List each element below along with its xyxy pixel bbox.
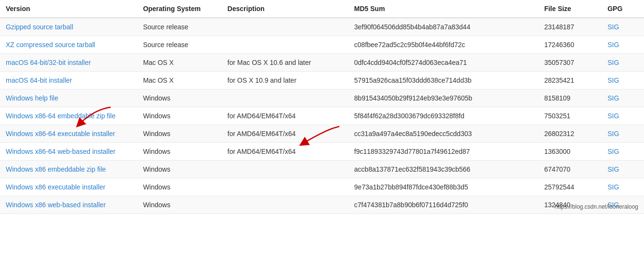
size-cell: 17246360 (539, 36, 602, 54)
desc-cell (222, 178, 348, 196)
table-row: Windows x86 web-based installerWindowsc7… (0, 196, 644, 214)
desc-cell (222, 196, 348, 214)
gpg-link[interactable]: SIG (607, 130, 619, 138)
md5-cell: f9c11893329743d77801a7f49612ed87 (348, 143, 539, 161)
size-cell: 7503251 (539, 107, 602, 125)
header-md5: MD5 Sum (348, 0, 539, 18)
table-row: XZ compressed source tarballSource relea… (0, 36, 644, 54)
size-cell: 25792544 (539, 178, 602, 196)
md5-cell: 8b915434050b29f9124eb93e3e97605b (348, 89, 539, 107)
size-cell: 35057307 (539, 54, 602, 72)
os-cell: Windows (137, 107, 221, 125)
md5-cell: 5f84f4f62a28d3003679dc693328f8fd (348, 107, 539, 125)
md5-cell: cc31a9a497a4ec8a5190edecc5cdd303 (348, 125, 539, 143)
table-row: macOS 64-bit installerMac OS Xfor OS X 1… (0, 72, 644, 89)
gpg-link[interactable]: SIG (607, 165, 619, 173)
md5-cell: 57915a926caa15f03ddd638ce714dd3b (348, 72, 539, 89)
version-link[interactable]: Windows help file (6, 94, 58, 102)
size-cell: 26802312 (539, 125, 602, 143)
size-cell: 28235421 (539, 72, 602, 89)
version-link[interactable]: macOS 64-bit installer (6, 76, 72, 84)
os-cell: Mac OS X (137, 54, 221, 72)
table-header-row: Version Operating System Description MD5… (0, 0, 644, 18)
table-row: macOS 64-bit/32-bit installerMac OS Xfor… (0, 54, 644, 72)
table-row: Windows x86 executable installerWindows9… (0, 178, 644, 196)
gpg-link[interactable]: SIG (607, 23, 619, 31)
version-link[interactable]: Gzipped source tarball (6, 23, 73, 31)
version-link[interactable]: Windows x86-64 web-based installer (6, 148, 116, 155)
desc-cell: for Mac OS X 10.6 and later (222, 54, 348, 72)
url-bar: https://blog.csdn.net/looneraloog (555, 203, 638, 210)
version-link[interactable]: Windows x86-64 executable installer (6, 130, 115, 138)
size-cell: 23148187 (539, 18, 602, 36)
header-desc: Description (222, 0, 348, 18)
header-gpg: GPG (602, 0, 644, 18)
md5-cell: 0dfc4cdd9404cf0f5274d063eca4ea71 (348, 54, 539, 72)
size-cell: 1363000 (539, 143, 602, 161)
os-cell: Source release (137, 18, 221, 36)
os-cell: Windows (137, 196, 221, 214)
gpg-link[interactable]: SIG (607, 41, 619, 49)
gpg-link[interactable]: SIG (607, 183, 619, 191)
md5-cell: 9e73a1b27bb894f87fdce430ef88b3d5 (348, 178, 539, 196)
gpg-link[interactable]: SIG (607, 94, 619, 102)
os-cell: Windows (137, 161, 221, 178)
size-cell: 8158109 (539, 89, 602, 107)
table-row: Windows x86 embeddable zip fileWindowsac… (0, 161, 644, 178)
md5-cell: c7f474381b7a8b90b6f07116d4d725f0 (348, 196, 539, 214)
table-row: Windows help fileWindows8b915434050b29f9… (0, 89, 644, 107)
desc-cell (222, 89, 348, 107)
header-size: File Size (539, 0, 602, 18)
version-link[interactable]: Windows x86 web-based installer (6, 201, 106, 209)
md5-cell: c08fbee72ad5c2c95b0f4e44bf6fd72c (348, 36, 539, 54)
os-cell: Windows (137, 178, 221, 196)
os-cell: Windows (137, 125, 221, 143)
desc-cell (222, 36, 348, 54)
os-cell: Windows (137, 89, 221, 107)
desc-cell (222, 18, 348, 36)
header-os: Operating System (137, 0, 221, 18)
annotation-arrow-2 (298, 124, 347, 148)
version-link[interactable]: Windows x86 embeddable zip file (6, 165, 106, 173)
os-cell: Windows (137, 143, 221, 161)
desc-cell: for AMD64/EM64T/x64 (222, 107, 348, 125)
table-row: Gzipped source tarballSource release3ef9… (0, 18, 644, 36)
md5-cell: 3ef90f064506dd85b4b4ab87a7a83d44 (348, 18, 539, 36)
desc-cell: for OS X 10.9 and later (222, 72, 348, 89)
version-link[interactable]: macOS 64-bit/32-bit installer (6, 59, 91, 66)
annotation-arrow-1 (75, 105, 118, 129)
os-cell: Source release (137, 36, 221, 54)
gpg-link[interactable]: SIG (607, 59, 619, 66)
version-link[interactable]: XZ compressed source tarball (6, 41, 95, 49)
gpg-link[interactable]: SIG (607, 76, 619, 84)
desc-cell (222, 161, 348, 178)
download-table-container: Version Operating System Description MD5… (0, 0, 644, 214)
gpg-link[interactable]: SIG (607, 112, 619, 120)
version-link[interactable]: Windows x86 executable installer (6, 183, 105, 191)
header-version: Version (0, 0, 137, 18)
md5-cell: accb8a137871ec632f581943c39cb566 (348, 161, 539, 178)
gpg-link[interactable]: SIG (607, 148, 619, 155)
os-cell: Mac OS X (137, 72, 221, 89)
size-cell: 6747070 (539, 161, 602, 178)
